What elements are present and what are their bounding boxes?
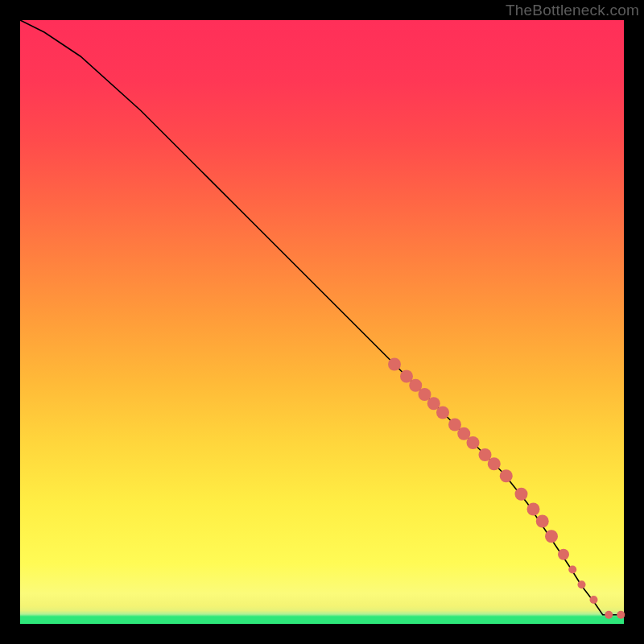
data-point — [578, 580, 586, 588]
data-point — [515, 488, 528, 501]
data-point — [436, 407, 449, 419]
data-point — [605, 611, 613, 619]
attribution-watermark: TheBottleneck.com — [506, 2, 639, 19]
plot-area — [20, 20, 624, 624]
data-point — [536, 515, 549, 528]
chart-svg — [20, 20, 624, 624]
data-point — [568, 566, 576, 574]
data-point — [617, 611, 625, 619]
data-point — [590, 596, 598, 604]
data-point — [545, 530, 558, 543]
data-points-group — [388, 358, 625, 619]
data-point — [488, 457, 501, 470]
bottleneck-curve-line — [20, 20, 624, 615]
chart-frame: TheBottleneck.com — [0, 0, 644, 644]
data-point — [467, 436, 480, 449]
data-point — [527, 503, 540, 516]
data-point — [500, 469, 513, 482]
data-point — [388, 358, 401, 371]
data-point — [558, 549, 569, 560]
